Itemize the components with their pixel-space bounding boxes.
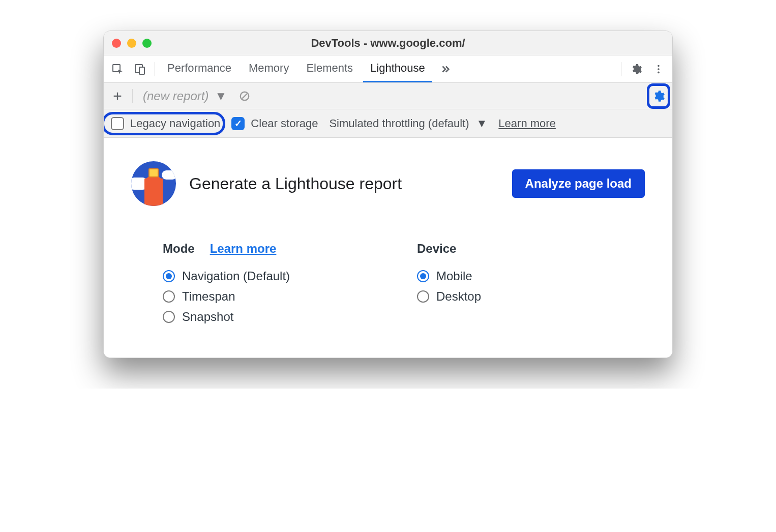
mode-option-navigation[interactable]: Navigation (Default) <box>163 266 356 286</box>
close-traffic-light[interactable] <box>112 39 121 48</box>
radio-selected-icon <box>163 270 175 282</box>
radio-unselected-icon <box>417 290 429 303</box>
chevron-down-icon: ▼ <box>215 89 227 103</box>
device-toggle-icon[interactable] <box>130 60 150 79</box>
device-option-label: Desktop <box>436 289 481 304</box>
tab-strip: Performance Memory Elements Lighthouse <box>104 55 672 83</box>
tab-memory[interactable]: Memory <box>242 55 296 82</box>
hero-row: Generate a Lighthouse report Analyze pag… <box>131 161 645 206</box>
radio-unselected-icon <box>163 290 175 303</box>
lighthouse-settings-gear-icon[interactable] <box>649 86 668 106</box>
mode-option-label: Snapshot <box>182 310 233 324</box>
chevron-down-icon: ▼ <box>476 117 488 130</box>
mode-option-label: Timespan <box>182 289 235 304</box>
report-selector[interactable]: (new report) ▼ <box>138 87 232 105</box>
legacy-navigation-checkbox[interactable]: Legacy navigation <box>111 117 220 130</box>
divider <box>621 62 621 76</box>
hero-title: Generate a Lighthouse report <box>189 174 499 193</box>
devtools-window: DevTools - www.google.com/ Performance M… <box>103 31 673 358</box>
device-section: Device Mobile Desktop <box>417 242 610 327</box>
config-sections: Mode Learn more Navigation (Default) Tim… <box>131 242 645 327</box>
lighthouse-logo-icon <box>131 161 176 206</box>
settings-gear-icon[interactable] <box>626 60 646 79</box>
window-title: DevTools - www.google.com/ <box>311 37 465 50</box>
legacy-navigation-label: Legacy navigation <box>130 117 220 130</box>
lighthouse-settings-bar: Legacy navigation Clear storage Simulate… <box>104 109 672 138</box>
mode-heading: Mode <box>163 242 195 256</box>
zoom-traffic-light[interactable] <box>142 39 152 48</box>
kebab-menu-icon[interactable] <box>649 60 668 79</box>
clear-storage-label: Clear storage <box>251 117 318 130</box>
radio-unselected-icon <box>163 311 175 323</box>
device-option-label: Mobile <box>436 269 472 283</box>
mode-option-snapshot[interactable]: Snapshot <box>163 307 356 327</box>
mode-option-label: Navigation (Default) <box>182 269 290 283</box>
svg-rect-2 <box>139 67 144 74</box>
inspect-element-icon[interactable] <box>108 60 127 79</box>
mode-section: Mode Learn more Navigation (Default) Tim… <box>163 242 356 327</box>
device-option-mobile[interactable]: Mobile <box>417 266 610 286</box>
report-selector-placeholder: (new report) <box>143 89 208 103</box>
titlebar: DevTools - www.google.com/ <box>104 31 672 55</box>
radio-selected-icon <box>417 270 429 282</box>
throttling-label: Simulated throttling (default) <box>329 117 469 130</box>
divider <box>155 62 155 76</box>
lighthouse-panel: Generate a Lighthouse report Analyze pag… <box>104 138 672 358</box>
checkbox-unchecked-icon <box>111 117 124 130</box>
analyze-page-load-button[interactable]: Analyze page load <box>512 169 645 198</box>
tab-lighthouse[interactable]: Lighthouse <box>363 55 432 82</box>
device-option-desktop[interactable]: Desktop <box>417 286 610 307</box>
clear-storage-checkbox[interactable]: Clear storage <box>231 117 318 130</box>
svg-point-4 <box>658 68 660 70</box>
tab-elements[interactable]: Elements <box>299 55 360 82</box>
more-tabs-icon[interactable] <box>435 60 455 79</box>
tab-performance[interactable]: Performance <box>160 55 238 82</box>
minimize-traffic-light[interactable] <box>127 39 136 48</box>
mode-learn-more-link[interactable]: Learn more <box>210 242 277 256</box>
clear-icon[interactable] <box>235 86 254 106</box>
settings-learn-more-link[interactable]: Learn more <box>498 117 556 130</box>
new-report-plus-icon[interactable] <box>108 86 127 106</box>
report-toolbar: (new report) ▼ <box>104 83 672 109</box>
checkbox-checked-icon <box>231 117 245 130</box>
device-heading: Device <box>417 242 456 256</box>
divider <box>132 89 133 103</box>
svg-point-3 <box>658 65 660 67</box>
traffic-lights <box>112 39 152 48</box>
mode-option-timespan[interactable]: Timespan <box>163 286 356 307</box>
svg-point-5 <box>658 71 660 73</box>
throttling-select[interactable]: Simulated throttling (default) ▼ <box>329 117 487 130</box>
